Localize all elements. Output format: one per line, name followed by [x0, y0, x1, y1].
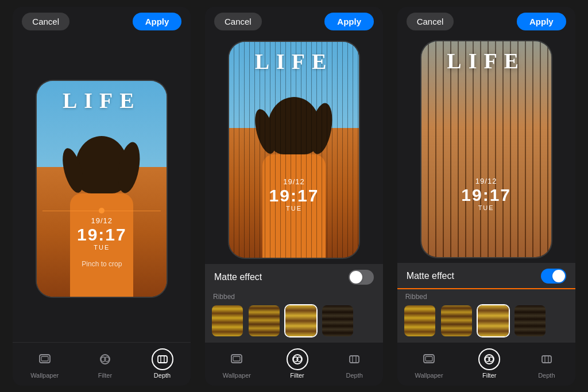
clock-date-2: 19/12: [229, 177, 359, 186]
depth-icon-1: [152, 348, 173, 370]
cancel-button-3[interactable]: Cancel: [407, 13, 454, 30]
wallpaper-icon-3: [418, 348, 440, 370]
depth-icon-2: [343, 348, 365, 370]
matte-toggle-2[interactable]: [349, 270, 374, 285]
tab-wallpaper-label-1: Wallpaper: [30, 372, 59, 379]
top-bar-1: Cancel Apply: [13, 7, 191, 36]
clock-3: 19/12 19:17 TUE: [421, 177, 551, 211]
svg-rect-1: [41, 356, 48, 361]
apply-button-3[interactable]: Apply: [517, 13, 566, 30]
wallpaper-icon-2: [226, 348, 247, 370]
tab-filter-1[interactable]: Filter: [87, 347, 123, 380]
svg-point-2: [100, 355, 110, 364]
svg-rect-21: [542, 356, 551, 363]
tab-depth-label-2: Depth: [346, 372, 362, 379]
tab-wallpaper-label-2: Wallpaper: [223, 372, 251, 379]
matte-effect-3: [421, 41, 551, 257]
filter-row-2: [211, 304, 377, 337]
filter-icon-2: [287, 348, 308, 370]
phone-preview-3: LIFE 19/12 19:17 TUE: [397, 36, 575, 263]
matte-row-2: Matte effect: [205, 264, 383, 289]
tab-depth-label-3: Depth: [538, 372, 555, 379]
svg-rect-9: [233, 356, 240, 361]
matte-toggle-3[interactable]: [541, 269, 566, 284]
panel-3: Cancel Apply LIFE 19/12 19:17 TUE Matte …: [397, 7, 575, 386]
filter-icon-3: [478, 348, 500, 370]
phone-frame-1: LIFE 19/12 19:17 TUE Pinch to crop: [36, 80, 168, 298]
depth-icon-3: [536, 348, 558, 370]
phone-frame-3: LIFE 19/12 19:17 TUE: [420, 40, 552, 258]
life-title-2: LIFE: [229, 49, 359, 74]
tab-depth-label-1: Depth: [154, 372, 171, 379]
clock-day-2: TUE: [229, 205, 359, 212]
top-bar-3: Cancel Apply: [397, 7, 575, 36]
clock-date-3: 19/12: [421, 177, 551, 185]
phone-preview-2: LIFE 19/12 19:17 TUE: [205, 36, 383, 264]
tab-wallpaper-label-3: Wallpaper: [415, 372, 443, 379]
filter-thumb-2-3[interactable]: [284, 304, 318, 337]
svg-rect-17: [425, 356, 432, 361]
clock-1: 19/12 19:17 TUE: [37, 216, 167, 251]
filter-thumb-2-4[interactable]: [321, 304, 354, 337]
panel-1: Cancel Apply: [13, 7, 191, 386]
apply-button-1[interactable]: Apply: [133, 13, 182, 30]
apply-button-2[interactable]: Apply: [324, 13, 374, 30]
tab-depth-3[interactable]: Depth: [529, 347, 564, 380]
filter-icon-1: [94, 348, 116, 370]
bottom-section-1: Wallpaper Filter: [13, 342, 191, 386]
filter-section-2: Ribbed: [205, 289, 383, 342]
clock-time-2: 19:17: [229, 186, 359, 205]
tab-bar-2: Wallpaper Filter: [205, 342, 383, 386]
panel-2: Cancel Apply: [205, 7, 383, 386]
clock-date-1: 19/12: [37, 216, 167, 225]
filter-thumb-3-3[interactable]: [477, 304, 510, 337]
matte-label-2: Matte effect: [214, 272, 262, 282]
bottom-section-3: Matte effect Ribbed: [397, 263, 575, 386]
matte-row-3: Matte effect: [397, 263, 575, 289]
hair-1: [76, 136, 127, 193]
filter-group-label-3: Ribbed: [403, 293, 570, 301]
matte-label-3: Matte effect: [407, 271, 454, 281]
filter-thumb-2-2[interactable]: [247, 304, 281, 337]
panels-container: Cancel Apply: [0, 0, 588, 392]
filter-thumb-3-2[interactable]: [440, 304, 473, 337]
clock-time-1: 19:17: [37, 225, 167, 244]
tab-wallpaper-2[interactable]: Wallpaper: [216, 347, 258, 380]
bottom-section-2: Matte effect Ribbed: [205, 264, 383, 386]
svg-point-10: [293, 355, 302, 364]
svg-rect-5: [158, 356, 167, 363]
filter-thumb-2-1[interactable]: [211, 304, 244, 337]
tab-bar-3: Wallpaper Filter: [397, 342, 575, 386]
filter-thumb-3-1[interactable]: [403, 304, 436, 337]
cancel-button-2[interactable]: Cancel: [214, 13, 262, 30]
svg-point-18: [485, 355, 494, 364]
life-title-3: LIFE: [421, 48, 551, 73]
top-bar-2: Cancel Apply: [205, 7, 383, 36]
pinch-hint-1: Pinch to crop: [37, 260, 167, 268]
svg-point-20: [489, 357, 493, 362]
tab-depth-1[interactable]: Depth: [145, 347, 180, 380]
clock-day-3: TUE: [421, 204, 551, 211]
life-title-1: LIFE: [37, 88, 167, 113]
filter-section-3: Ribbed: [397, 289, 575, 342]
tab-filter-3[interactable]: Filter: [471, 347, 507, 380]
clock-time-3: 19:17: [421, 185, 551, 204]
tab-wallpaper-3[interactable]: Wallpaper: [408, 347, 450, 380]
tab-bar-1: Wallpaper Filter: [13, 342, 191, 386]
toggle-knob-3: [552, 270, 565, 282]
cancel-button-1[interactable]: Cancel: [22, 13, 69, 30]
tab-filter-label-3: Filter: [482, 372, 496, 379]
filter-thumb-3-4[interactable]: [513, 304, 547, 337]
tab-wallpaper-1[interactable]: Wallpaper: [24, 347, 65, 380]
filter-group-label-2: Ribbed: [211, 293, 377, 301]
svg-point-4: [105, 357, 109, 362]
phone-frame-2: LIFE 19/12 19:17 TUE: [228, 41, 360, 259]
tab-filter-2[interactable]: Filter: [280, 347, 315, 380]
phone-preview-1: LIFE 19/12 19:17 TUE Pinch to crop: [13, 36, 191, 342]
wallpaper-icon-1: [34, 348, 56, 370]
clock-2: 19/12 19:17 TUE: [229, 177, 359, 212]
filter-row-3: [403, 304, 570, 337]
tab-depth-2[interactable]: Depth: [336, 347, 372, 380]
clock-day-1: TUE: [37, 244, 167, 251]
crop-dot-1: [99, 208, 105, 214]
